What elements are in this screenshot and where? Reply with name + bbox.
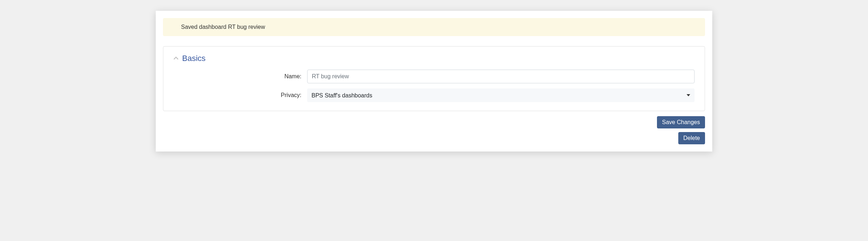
actions: Save Changes Delete [163,116,705,144]
privacy-label: Privacy: [173,92,307,98]
privacy-select-wrapper: BPS Staff's dashboards [307,88,695,102]
basics-panel: Basics Name: Privacy: BPS Staff's dashbo… [163,46,705,111]
page-container: Saved dashboard RT bug review Basics Nam… [156,11,712,152]
privacy-select[interactable]: BPS Staff's dashboards [307,88,695,102]
panel-header[interactable]: Basics [173,54,695,63]
delete-button[interactable]: Delete [678,132,705,144]
chevron-up-icon [173,56,179,61]
panel-title: Basics [182,54,206,63]
success-alert: Saved dashboard RT bug review [163,18,705,36]
privacy-control: BPS Staff's dashboards [307,88,695,102]
name-row: Name: [173,70,695,83]
name-input[interactable] [307,70,695,83]
name-control [307,70,695,83]
alert-message: Saved dashboard RT bug review [181,24,265,30]
name-label: Name: [173,73,307,80]
save-button[interactable]: Save Changes [657,116,705,128]
privacy-row: Privacy: BPS Staff's dashboards [173,88,695,102]
